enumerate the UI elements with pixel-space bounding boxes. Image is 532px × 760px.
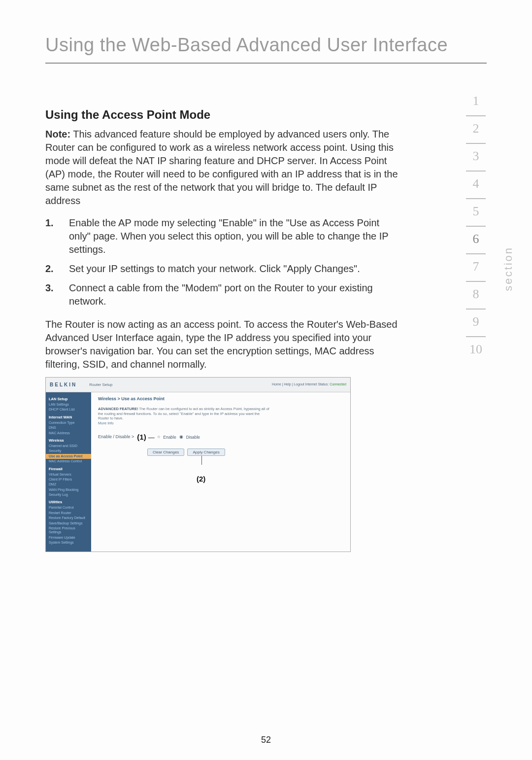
steps-list: 1. Enable the AP mode my selecting "Enab… <box>45 213 400 311</box>
ss-item[interactable]: WAN Ping Blocking <box>49 488 88 492</box>
radio-enable-label: Enable <box>163 435 176 440</box>
ss-sidebar: LAN Setup LAN Settings DHCP Client List … <box>46 392 91 552</box>
note-label: Note: <box>45 129 70 139</box>
ss-enable-label: Enable / Disable > <box>98 434 134 440</box>
subheading: Using the Access Point Mode <box>45 108 400 122</box>
step-text: Enable the AP mode my selecting "Enable"… <box>69 216 400 256</box>
router-screenshot: BELKIN Router Setup Home | Help | Logout… <box>45 377 351 552</box>
chapter-title: Using the Web-Based Advanced User Interf… <box>45 35 487 64</box>
conclusion-para: The Router is now acting as an access po… <box>45 318 400 371</box>
section-nav-10[interactable]: 10 <box>466 337 486 364</box>
step-number: 2. <box>45 262 69 276</box>
ss-item[interactable]: DHCP Client List <box>49 408 88 412</box>
ss-item-active[interactable]: Use as Access Point <box>46 454 91 459</box>
ss-item[interactable]: MAC Address Control <box>49 459 88 463</box>
ss-item[interactable]: Parental Control <box>49 506 88 510</box>
ss-item[interactable]: Restore Previous Settings <box>49 526 88 535</box>
section-label: section <box>502 246 515 291</box>
ss-grp-utilities: Utilities <box>49 500 88 504</box>
ss-item[interactable]: Security <box>49 449 88 453</box>
callout-1: (1) — <box>137 433 155 442</box>
ss-item[interactable]: DMZ <box>49 483 88 486</box>
note-paragraph: Note: This advanced feature should be em… <box>45 128 400 207</box>
ss-header-title: Router Setup <box>89 382 112 387</box>
ss-item[interactable]: Client IP Filters <box>49 478 88 482</box>
ss-item[interactable]: Virtual Servers <box>49 473 88 477</box>
step-number: 3. <box>45 281 69 308</box>
ss-header-right: Home | Help | Logout Internet Status: Co… <box>272 382 346 386</box>
note-body: This advanced feature should be employed… <box>45 129 398 206</box>
callout-dash: — <box>148 434 155 441</box>
section-nav-2[interactable]: 2 <box>466 116 486 144</box>
ss-item[interactable]: System Settings <box>49 541 88 545</box>
ss-status: Connected <box>330 382 346 386</box>
ss-item[interactable]: DNS <box>49 426 88 430</box>
callout-arrow <box>201 456 202 465</box>
radio-disable-icon[interactable]: ◉ <box>179 434 183 440</box>
ss-breadcrumb: Wireless > Use as Access Point <box>98 396 343 402</box>
page: Using the Web-Based Advanced User Interf… <box>0 0 532 567</box>
ss-buttons: Clear Changes Apply Changes <box>147 449 343 456</box>
ss-grp-firewall: Firewall <box>49 467 88 471</box>
ss-item[interactable]: Security Log <box>49 493 88 497</box>
ss-grp-lan: LAN Setup <box>49 397 88 401</box>
ss-item[interactable]: Connection Type <box>49 421 88 425</box>
ss-item[interactable]: Restore Factory Default <box>49 516 88 520</box>
ss-body: LAN Setup LAN Settings DHCP Client List … <box>46 392 350 552</box>
section-nav: 1 2 3 4 5 6 7 8 9 10 <box>464 89 488 364</box>
step-1: 1. Enable the AP mode my selecting "Enab… <box>45 213 400 259</box>
ss-item[interactable]: Firmware Update <box>49 536 88 540</box>
step-3: 3. Connect a cable from the "Modem" port… <box>45 278 400 311</box>
ss-main: Wireless > Use as Access Point ADVANCED … <box>91 392 350 552</box>
step-number: 1. <box>45 216 69 256</box>
ss-item[interactable]: MAC Address <box>49 431 88 435</box>
ss-item[interactable]: Channel and SSID <box>49 444 88 448</box>
step-text: Set your IP settings to match your netwo… <box>69 262 400 276</box>
callout-1-text: (1) <box>137 433 146 441</box>
section-nav-9[interactable]: 9 <box>466 310 486 337</box>
section-nav-8[interactable]: 8 <box>466 282 486 310</box>
section-nav-1[interactable]: 1 <box>466 89 486 116</box>
radio-enable-icon[interactable]: ○ <box>158 434 160 440</box>
ss-logo: BELKIN <box>50 382 77 388</box>
section-nav-5[interactable]: 5 <box>466 199 486 227</box>
ss-header: BELKIN Router Setup Home | Help | Logout… <box>46 378 350 392</box>
apply-changes-button[interactable]: Apply Changes <box>187 449 225 456</box>
step-text: Connect a cable from the "Modem" port on… <box>69 281 400 308</box>
ss-header-links: Home | Help | Logout Internet Status: <box>272 382 329 386</box>
step-2: 2. Set your IP settings to match your ne… <box>45 259 400 278</box>
page-number: 52 <box>0 735 532 745</box>
ss-grp-wan: Internet WAN <box>49 415 88 419</box>
section-nav-3[interactable]: 3 <box>466 144 486 172</box>
radio-disable-label: Disable <box>186 435 200 440</box>
section-nav-6[interactable]: 6 <box>466 227 486 254</box>
ss-item[interactable]: Save/Backup Settings <box>49 521 88 525</box>
ss-more-link[interactable]: More Info <box>98 421 114 425</box>
ss-advanced-text: ADVANCED FEATURE! The Router can be conf… <box>98 407 270 426</box>
section-nav-7[interactable]: 7 <box>466 254 486 282</box>
ss-adv-label: ADVANCED FEATURE! <box>98 407 138 411</box>
ss-grp-wireless: Wireless <box>49 438 88 443</box>
content: Using the Access Point Mode Note: This a… <box>45 108 400 552</box>
clear-changes-button[interactable]: Clear Changes <box>147 449 184 456</box>
section-nav-4[interactable]: 4 <box>466 172 486 199</box>
ss-item[interactable]: Restart Router <box>49 511 88 515</box>
callout-2: (2) <box>197 475 343 484</box>
ss-item[interactable]: LAN Settings <box>49 403 88 407</box>
ss-radio-row: Enable / Disable > (1) — ○ Enable ◉ Disa… <box>98 433 343 442</box>
